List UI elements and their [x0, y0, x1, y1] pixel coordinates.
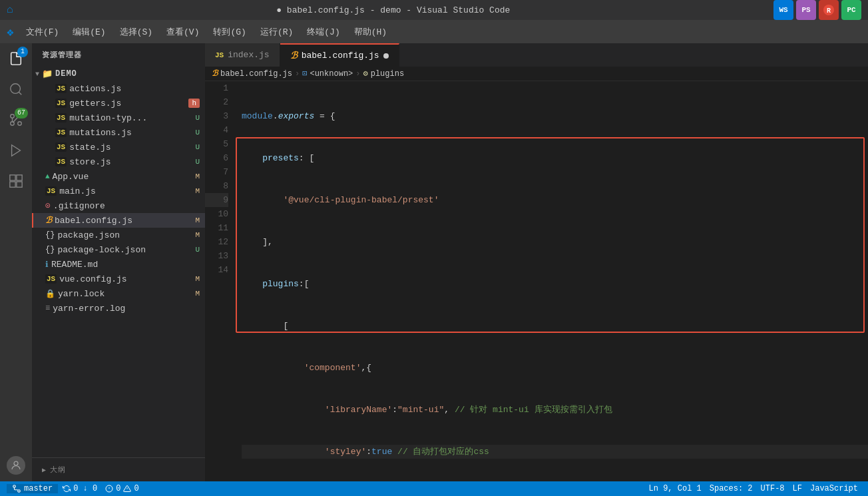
file-status-u: U [195, 158, 200, 166]
file-actions-js[interactable]: JS actions.js [32, 81, 205, 96]
activity-explorer[interactable]: 1 [4, 47, 28, 71]
outline-section[interactable]: ▶ 大纲 [32, 461, 205, 478]
filename: getters.js [69, 99, 121, 109]
file-yarn-error-log[interactable]: ≡ yarn-error.log [32, 301, 205, 316]
js-icon: JS [45, 186, 57, 196]
file-mutations-js[interactable]: JS mutations.js U [32, 125, 205, 140]
encoding[interactable]: UTF-8 [758, 484, 788, 493]
filename: state.js [69, 142, 110, 152]
file-main-js[interactable]: JS main.js M [32, 184, 205, 198]
language-mode[interactable]: JavaScript [807, 484, 861, 493]
phpstorm-icon[interactable]: PS [796, 0, 816, 20]
tabbar: JS index.js ℬ babel.config.js [205, 43, 868, 67]
lock-icon: 🔒 [45, 289, 55, 299]
project-root[interactable]: ▼ 📁 DEMO [32, 67, 205, 81]
svg-point-5 [11, 115, 15, 119]
code-line-9: 'styley':true // 自动打包对应的css [242, 445, 868, 459]
branch-name: master [24, 484, 53, 493]
tab-index-js[interactable]: JS index.js [205, 43, 280, 67]
js-icon: JS [55, 142, 67, 152]
file-state-js[interactable]: JS state.js U [32, 140, 205, 154]
breadcrumb-func-icon: ⚙ [363, 69, 367, 79]
menu-goto[interactable]: 转到(G) [208, 23, 251, 41]
filename: mutations.js [69, 128, 132, 138]
line-ending[interactable]: LF [789, 484, 805, 493]
filename: yarn.lock [58, 289, 105, 299]
breadcrumb-file[interactable]: babel.config.js [220, 69, 292, 79]
sidebar-header: 资源管理器 [32, 43, 205, 67]
warning-num: 0 [134, 484, 138, 493]
activity-bar: 1 67 [0, 43, 32, 481]
file-status-u: U [195, 128, 200, 136]
activity-extensions[interactable] [4, 169, 28, 193]
breadcrumb-plugins[interactable]: plugins [371, 69, 404, 79]
git-icon: ⊙ [45, 200, 51, 211]
errors-count[interactable]: 0 0 [102, 484, 142, 493]
spaces[interactable]: Spaces: 2 [706, 484, 756, 493]
code-content[interactable]: module.exports = { presets: [ '@vue/cli-… [235, 81, 868, 481]
file-vue-config[interactable]: JS vue.config.js M [32, 272, 205, 286]
filename: App.vue [53, 172, 89, 182]
code-line-3: '@vue/cli-plugin-babel/prsest' [242, 193, 868, 207]
statusbar-left: master 0 ↓ 0 0 0 [7, 484, 142, 493]
explorer-badge: 1 [17, 47, 28, 57]
activity-search[interactable] [4, 77, 28, 101]
babel-icon: ℬ [45, 215, 52, 226]
line-col[interactable]: Ln 9, Col 1 [646, 484, 705, 493]
menu-file[interactable]: 文件(F) [21, 23, 64, 41]
menu-help[interactable]: 帮助(H) [349, 23, 392, 41]
webstorm-icon[interactable]: WS [773, 0, 793, 20]
window-title: ● babel.config.js - demo - Visual Studio… [276, 5, 510, 15]
code-line-2: presets: [ [242, 151, 868, 165]
file-readme[interactable]: ℹ README.md [32, 257, 205, 272]
menu-edit[interactable]: 编辑(E) [67, 23, 110, 41]
file-package-lock-json[interactable]: {} package-lock.json U [32, 242, 205, 257]
tab-babel-config[interactable]: ℬ babel.config.js [280, 43, 399, 67]
pycharm-icon[interactable]: PC [841, 0, 861, 20]
file-gitignore[interactable]: ⊙ .gitignore [32, 198, 205, 213]
editor: JS index.js ℬ babel.config.js ℬ babel.co… [205, 43, 868, 481]
outline-label: 大纲 [50, 465, 66, 475]
file-yarn-lock[interactable]: 🔒 yarn.lock M [32, 286, 205, 301]
json-icon: {} [45, 230, 55, 240]
rider-icon[interactable]: R [819, 0, 839, 20]
menu-run[interactable]: 运行(R) [255, 23, 298, 41]
filename: yarn-error.log [53, 304, 125, 314]
breadcrumb: ℬ babel.config.js › ⊡ <unknown> › ⚙ plug… [205, 67, 868, 81]
code-line-4: ], [242, 235, 868, 249]
filename: vue.config.js [59, 274, 126, 284]
filename: main.js [59, 186, 96, 196]
file-getters-js[interactable]: JS getters.js h [32, 96, 205, 111]
file-store-js[interactable]: JS store.js U [32, 154, 205, 169]
menu-select[interactable]: 选择(S) [114, 23, 158, 41]
activity-git[interactable]: 67 [4, 108, 28, 132]
file-status-m: M [195, 231, 200, 239]
titlebar-left: ⌂ [7, 4, 13, 16]
file-status-m: M [195, 216, 200, 224]
svg-line-3 [19, 92, 21, 95]
user-avatar[interactable] [7, 456, 25, 475]
sync-status[interactable]: 0 ↓ 0 [59, 484, 101, 493]
menu-view[interactable]: 查看(V) [161, 23, 204, 41]
file-babel-config[interactable]: ℬ babel.config.js M [32, 213, 205, 228]
git-branch[interactable]: master [7, 484, 58, 493]
json-icon: {} [45, 245, 55, 254]
project-name: DEMO [55, 69, 77, 79]
code-line-1: module.exports = { [242, 109, 868, 123]
filename: .gitignore [53, 201, 105, 211]
tab-label: index.js [228, 50, 269, 60]
file-app-vue[interactable]: ▲ App.vue M [32, 169, 205, 184]
file-mutation-types[interactable]: JS mutation-typ... U [32, 111, 205, 125]
activity-debug[interactable] [4, 138, 28, 162]
svg-rect-8 [10, 175, 15, 180]
file-status-m: M [195, 275, 200, 283]
svg-rect-10 [10, 182, 15, 187]
menu-terminal[interactable]: 终端(J) [302, 23, 345, 41]
code-line-8: 'libraryName':"mint-ui", // 针对 mint-ui 库… [242, 403, 868, 417]
babel-tab-icon: ℬ [290, 50, 298, 61]
filename: package-lock.json [57, 245, 146, 255]
vue-icon: ▲ [45, 172, 50, 180]
file-package-json[interactable]: {} package.json M [32, 228, 205, 242]
filename: README.md [51, 260, 98, 270]
breadcrumb-unknown[interactable]: <unknown> [310, 69, 353, 79]
